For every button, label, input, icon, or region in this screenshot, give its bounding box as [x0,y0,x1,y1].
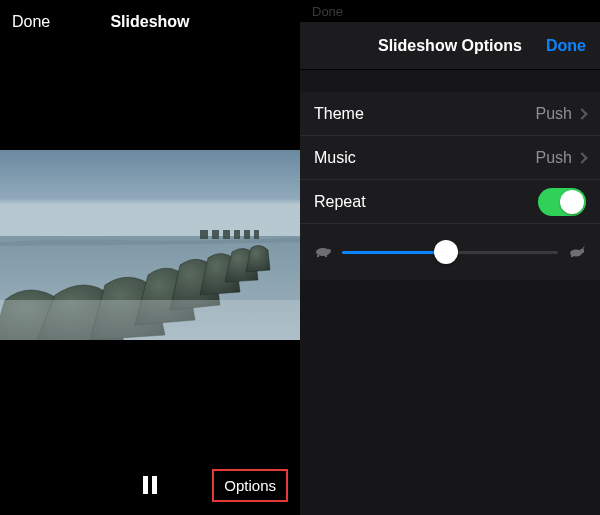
music-row[interactable]: Music Push [300,136,600,180]
options-done-button[interactable]: Done [546,37,586,55]
speed-slider[interactable] [342,251,558,254]
speed-slider-row [300,224,600,280]
svg-rect-4 [223,230,230,239]
dimmed-background-header: Done Slideshow [300,0,600,22]
svg-rect-7 [254,230,259,239]
chevron-right-icon [576,152,587,163]
theme-label: Theme [314,105,364,123]
svg-rect-15 [571,255,573,257]
turtle-icon [314,244,332,260]
repeat-row: Repeat [300,180,600,224]
svg-point-10 [327,249,331,253]
slider-thumb[interactable] [434,240,458,264]
music-label: Music [314,149,356,167]
theme-value: Push [536,105,572,123]
options-empty-area [300,280,600,515]
left-header: Done Slideshow [0,0,300,44]
svg-rect-3 [212,230,219,239]
section-gap [300,70,600,92]
rabbit-icon [568,244,586,260]
seascape-image [0,150,300,340]
svg-rect-5 [234,230,240,239]
pause-button[interactable] [143,476,157,494]
svg-rect-8 [0,300,300,340]
dimmed-done: Done [312,4,343,19]
toggle-knob [560,190,584,214]
svg-rect-12 [325,255,327,257]
svg-rect-11 [317,255,319,257]
options-panel-header: Slideshow Options Done [300,22,600,70]
svg-rect-0 [0,150,300,238]
done-button[interactable]: Done [12,13,50,31]
repeat-toggle[interactable] [538,188,586,216]
svg-rect-6 [244,230,250,239]
repeat-label: Repeat [314,193,366,211]
svg-point-14 [580,249,584,253]
left-footer: Options [0,463,300,507]
options-button[interactable]: Options [212,469,288,502]
options-panel-title: Slideshow Options [378,37,522,55]
music-value: Push [536,149,572,167]
chevron-right-icon [576,108,587,119]
slideshow-options-screen: Done Slideshow Slideshow Options Done Th… [300,0,600,515]
slideshow-photo [0,150,300,340]
slideshow-player-screen: Done Slideshow [0,0,300,515]
theme-row[interactable]: Theme Push [300,92,600,136]
svg-rect-2 [200,230,208,239]
